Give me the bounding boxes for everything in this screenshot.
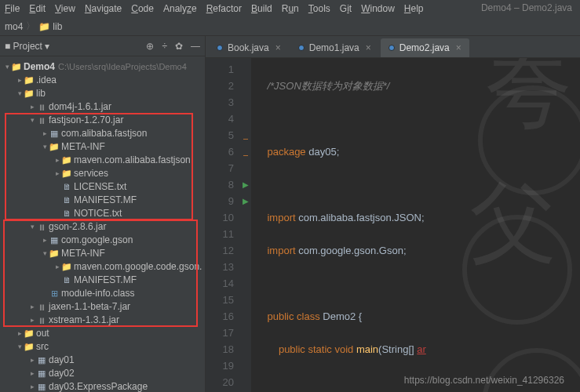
menu-build[interactable]: Build	[251, 3, 272, 14]
tree-out[interactable]: ▸📁out	[0, 326, 205, 339]
hide-icon[interactable]: —	[191, 41, 200, 52]
tree-gs-maven[interactable]: ▸📁maven.com.google.code.gson.	[0, 260, 205, 273]
tree-day03[interactable]: ▸▦day03.ExpressPackage	[0, 379, 205, 392]
tree-fj-notice[interactable]: 🗎NOTICE.txt	[0, 206, 205, 220]
editor-tabs: Book.java× Demo1.java× Demo2.java×	[206, 36, 580, 58]
tree-gs-module[interactable]: ⊞module-info.class	[0, 286, 205, 299]
breadcrumb-folder[interactable]: lib	[53, 21, 62, 32]
line-gutter: 123456789101112131415161718192021	[206, 58, 240, 392]
gear-icon[interactable]: ✿	[175, 41, 183, 52]
tool-window-title[interactable]: ■ Project ▾	[5, 41, 49, 52]
code-content[interactable]: /*JSON数据转为对象数据*/ package day05; import c…	[251, 58, 580, 392]
tree-fj-meta[interactable]: ▾📁META-INF	[0, 140, 205, 153]
tool-icon-target[interactable]: ⊕	[146, 41, 154, 52]
breadcrumb-project[interactable]: mo4	[5, 21, 23, 32]
tree-root[interactable]: ▾📁 Demo4 C:\Users\srq\IdeaProjects\Demo4	[0, 60, 205, 73]
menu-file[interactable]: File	[5, 3, 20, 14]
window-title: Demo4 – Demo2.java	[481, 2, 572, 13]
tree-fj-maven[interactable]: ▸📁maven.com.alibaba.fastjson	[0, 153, 205, 166]
close-icon[interactable]: ×	[456, 42, 461, 53]
tree-day01[interactable]: ▸▦day01	[0, 353, 205, 366]
tree-day02[interactable]: ▸▦day02	[0, 366, 205, 379]
tool-icon-collapse[interactable]: ÷	[162, 41, 167, 52]
tree-fastjson[interactable]: ▾⫼fastjson-1.2.70.jar	[0, 113, 205, 126]
tree-fj-services[interactable]: ▸📁services	[0, 166, 205, 180]
tree-gs-meta[interactable]: ▾📁META-INF	[0, 246, 205, 260]
menu-navigate[interactable]: Navigate	[85, 3, 122, 14]
menu-run[interactable]: Run	[282, 3, 299, 14]
tab-demo1[interactable]: Demo1.java×	[290, 38, 379, 57]
code-area[interactable]: 123456789101112131415161718192021 ⎯⎯ ▶▶ …	[206, 58, 580, 392]
tree-gs-pkg[interactable]: ▸▦com.google.gson	[0, 233, 205, 246]
menu-git[interactable]: Git	[340, 3, 352, 14]
menu-view[interactable]: View	[55, 3, 75, 14]
tree-idea[interactable]: ▸📁.idea	[0, 73, 205, 86]
tree-lib[interactable]: ▾📁lib	[0, 86, 205, 100]
gutter-marks: ⎯⎯ ▶▶	[240, 58, 251, 392]
menu-edit[interactable]: Edit	[29, 3, 46, 14]
tab-demo2[interactable]: Demo2.java×	[381, 38, 469, 57]
menu-tools[interactable]: Tools	[308, 3, 330, 14]
tree-gs-manifest[interactable]: 🗎MANIFEST.MF	[0, 273, 205, 286]
tree-dom4j[interactable]: ▸⫼dom4j-1.6.1.jar	[0, 100, 205, 113]
menu-help[interactable]: Help	[404, 3, 424, 14]
tree-gson[interactable]: ▾⫼gson-2.8.6.jar	[0, 220, 205, 233]
breadcrumb: mo4 〉 📁 lib	[0, 17, 580, 36]
tab-book[interactable]: Book.java×	[209, 38, 289, 57]
java-file-icon	[388, 45, 395, 51]
menu-analyze[interactable]: Analyze	[163, 3, 197, 14]
tool-window-header: ■ Project ▾ ⊕ ÷ ✿ —	[0, 36, 205, 56]
blog-watermark: https://blog.csdn.net/weixin_41296326	[404, 375, 564, 386]
editor-area: Book.java× Demo1.java× Demo2.java× 12345…	[206, 36, 580, 392]
project-tree[interactable]: ▾📁 Demo4 C:\Users\srq\IdeaProjects\Demo4…	[0, 56, 205, 392]
tree-fj-manifest[interactable]: 🗎MANIFEST.MF	[0, 193, 205, 206]
menu-refactor[interactable]: Refactor	[206, 3, 242, 14]
tree-fj-license[interactable]: 🗎LICENSE.txt	[0, 180, 205, 193]
close-icon[interactable]: ×	[275, 42, 281, 53]
project-tool-window: ■ Project ▾ ⊕ ÷ ✿ — ▾📁 Demo4 C:\Users\sr…	[0, 36, 206, 392]
folder-icon: 📁	[38, 21, 50, 32]
tree-src[interactable]: ▾📁src	[0, 339, 205, 353]
tree-fj-pkg[interactable]: ▸▦com.alibaba.fastjson	[0, 126, 205, 140]
menu-bar: File Edit View Navigate Code Analyze Ref…	[0, 0, 580, 17]
menu-code[interactable]: Code	[131, 3, 154, 14]
tree-jaxen[interactable]: ▸⫼jaxen-1.1-beta-7.jar	[0, 299, 205, 313]
close-icon[interactable]: ×	[366, 42, 371, 53]
main-area: ■ Project ▾ ⊕ ÷ ✿ — ▾📁 Demo4 C:\Users\sr…	[0, 36, 580, 392]
breadcrumb-sep: 〉	[26, 20, 35, 33]
java-file-icon	[217, 45, 223, 51]
java-file-icon	[298, 45, 305, 51]
tree-xstream[interactable]: ▸⫼xstream-1.3.1.jar	[0, 313, 205, 326]
menu-window[interactable]: Window	[361, 3, 395, 14]
